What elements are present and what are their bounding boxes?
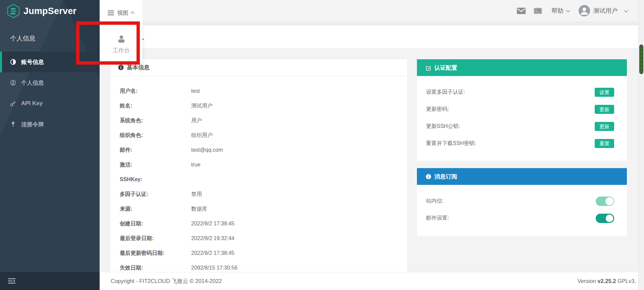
logo[interactable]: JumpServer xyxy=(0,0,100,22)
subscription-row: 邮件设置: xyxy=(417,210,627,227)
field-value: test xyxy=(191,88,200,94)
field-value: 2022/9/2 17:38:45 xyxy=(191,221,234,227)
card-title: 消息订阅 xyxy=(434,173,457,180)
site-message-toggle[interactable] xyxy=(596,197,614,206)
field-label: 最后更新密码日期: xyxy=(120,250,191,257)
field-label: 失效日期: xyxy=(120,265,191,272)
sidebar-item-label: 个人信息 xyxy=(21,79,44,87)
field-label: 用户名: xyxy=(120,88,191,95)
field-value: true xyxy=(191,162,201,168)
auth-row-label: 更新密码: xyxy=(426,106,449,113)
field-value: test@qq.com xyxy=(191,147,223,153)
person-icon xyxy=(117,34,126,44)
field-row: 系统角色:用户 xyxy=(120,113,397,128)
workbench-label: 工作台 xyxy=(113,47,130,54)
auth-row-label: 更新SSH公钥: xyxy=(426,123,460,130)
web-terminal-icon[interactable] xyxy=(534,8,542,14)
chevron-up-icon xyxy=(130,11,135,15)
subscription-row-label: 站内信: xyxy=(426,198,443,205)
field-row: 邮件:test@qq.com xyxy=(120,143,397,157)
auth-row: 设置多因子认证: 设置 xyxy=(417,84,627,101)
sidebar-item-label: 账号信息 xyxy=(21,58,44,66)
auth-row-label: 重置并下载SSH密钥: xyxy=(426,140,476,147)
field-value: 禁用 xyxy=(191,191,202,198)
help-menu[interactable]: 帮助 xyxy=(551,7,569,15)
auth-row: 重置并下载SSH密钥: 重置 xyxy=(417,135,627,152)
mail-icon[interactable] xyxy=(517,8,526,14)
view-dropdown-panel: 工作台 xyxy=(100,25,143,63)
content: 基本信息 用户名:test 姓名:测试用户 系统角色:用户 组织角色:组织用户 … xyxy=(100,49,638,272)
update-ssh-key-button[interactable]: 更新 xyxy=(595,122,614,131)
set-mfa-button[interactable]: 设置 xyxy=(595,88,614,97)
scrollbar-thumb[interactable] xyxy=(639,45,643,74)
field-label: 邮件: xyxy=(120,147,191,154)
subscription-row: 站内信: xyxy=(417,193,627,210)
user-menu[interactable]: 测试用户 xyxy=(593,7,627,15)
field-value: 用户 xyxy=(191,117,202,124)
pin-icon xyxy=(10,121,16,127)
basic-info-fields: 用户名:test 姓名:测试用户 系统角色:用户 组织角色:组织用户 邮件:te… xyxy=(111,76,407,272)
sidebar-footer xyxy=(0,272,100,290)
subscription-card-header: 消息订阅 xyxy=(417,168,627,185)
card-title: 认证配置 xyxy=(434,64,457,72)
auth-config-card: 认证配置 设置多因子认证: 设置 更新密码: 更新 更新SSH公钥: 更新 重置… xyxy=(417,59,627,161)
card-title: 基本信息 xyxy=(127,64,150,71)
field-row: 组织角色:组织用户 xyxy=(120,128,397,143)
field-label: 姓名: xyxy=(120,102,191,110)
sidebar-nav: 账号信息 个人信息 A xyxy=(0,52,100,135)
email-settings-toggle[interactable] xyxy=(596,214,614,223)
sidebar-item-account-info[interactable]: 账号信息 xyxy=(0,52,100,72)
field-row: 来源:数据库 xyxy=(120,202,397,216)
field-row: 用户名:test xyxy=(120,84,397,98)
workbench-menu-item[interactable]: 工作台 xyxy=(113,34,130,54)
auth-row: 更新SSH公钥: 更新 xyxy=(417,118,627,135)
view-menu-label: 视图 xyxy=(117,9,128,17)
update-password-button[interactable]: 更新 xyxy=(595,105,614,114)
collapse-sidebar-icon[interactable] xyxy=(8,278,16,284)
auth-config-card-header: 认证配置 xyxy=(417,59,627,76)
user-avatar[interactable] xyxy=(579,5,590,16)
key-icon xyxy=(10,100,16,106)
sidebar: JumpServer 个人信息 账号信息 xyxy=(0,0,100,290)
jumpserver-logo-icon xyxy=(7,4,20,18)
chevron-down-icon xyxy=(566,8,571,12)
sidebar-item-label: API Key xyxy=(21,100,43,107)
field-row: 激活:true xyxy=(120,157,397,172)
footer: Copyright - FIT2CLOUD 飞致云 © 2014-2022 Ve… xyxy=(100,272,644,290)
field-value: 测试用户 xyxy=(191,102,213,110)
page-header-band xyxy=(100,25,638,49)
field-value: 数据库 xyxy=(191,206,207,213)
edit-icon xyxy=(426,65,431,71)
field-value: 2022/9/2 17:38:45 xyxy=(191,250,234,256)
field-row: 创建日期:2022/9/2 17:38:45 xyxy=(120,216,397,231)
field-value: 2022/9/2 19:32:44 xyxy=(191,235,234,241)
field-label: 多因子认证: xyxy=(120,191,191,198)
sidebar-item-api-key[interactable]: API Key xyxy=(0,93,100,114)
view-menu-button[interactable]: 视图 xyxy=(100,0,143,25)
adjust-icon xyxy=(10,59,16,65)
scrollbar[interactable] xyxy=(638,0,644,290)
info-icon xyxy=(118,65,124,70)
jumpserver-screen: JumpServer 个人信息 账号信息 xyxy=(0,0,644,290)
hamburger-icon xyxy=(108,9,114,16)
field-value: 2092/8/15 17:30:56 xyxy=(191,265,237,271)
username-label: 测试用户 xyxy=(593,7,618,15)
auth-row: 更新密码: 更新 xyxy=(417,101,627,118)
sidebar-item-personal-info[interactable]: 个人信息 xyxy=(0,72,100,93)
sidebar-item-connection-token[interactable]: 连接令牌 xyxy=(0,114,100,135)
field-label: 最后登录日期: xyxy=(120,235,191,242)
reset-ssh-key-button[interactable]: 重置 xyxy=(595,139,614,148)
auth-row-label: 设置多因子认证: xyxy=(426,89,465,96)
sidebar-section-title: 个人信息 xyxy=(10,34,100,43)
user-circle-icon xyxy=(10,80,16,86)
subscription-card: 消息订阅 站内信: 邮件设置: xyxy=(417,168,627,236)
field-label: 组织角色: xyxy=(120,132,191,139)
field-label: 系统角色: xyxy=(120,117,191,124)
subscription-row-label: 邮件设置: xyxy=(426,215,449,222)
field-row: 多因子认证:禁用 xyxy=(120,187,397,202)
field-row: 失效日期:2092/8/15 17:30:56 xyxy=(120,261,397,272)
info-circle-icon xyxy=(426,174,431,179)
navbar-shadow-strip xyxy=(100,21,638,25)
basic-info-card-header: 基本信息 xyxy=(111,59,407,76)
logo-text: JumpServer xyxy=(23,6,76,16)
